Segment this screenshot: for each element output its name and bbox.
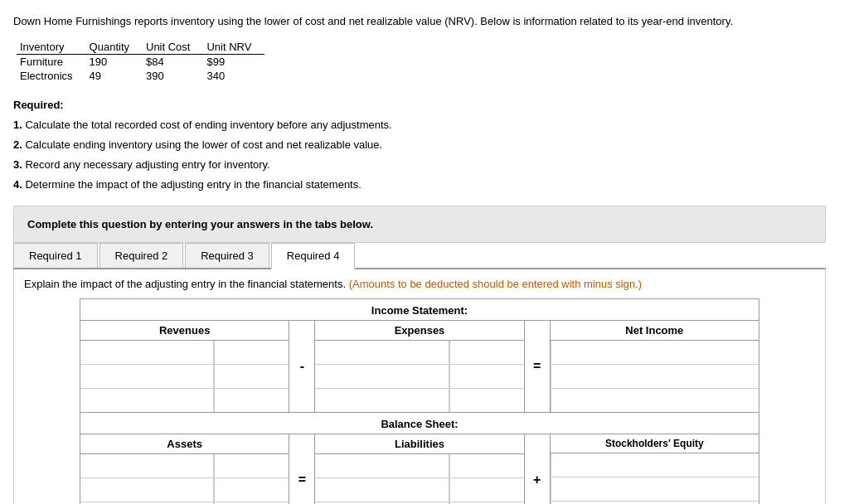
income-statement-header: Income Statement: [80,299,759,321]
complete-box: Complete this question by entering your … [13,206,826,243]
revenues-row-1 [80,341,289,365]
table-row: Electronics 49 390 340 [17,69,264,83]
row-furniture-nrv: $99 [203,54,264,69]
req-item-2: 2. Calculate ending inventory using the … [13,136,836,154]
assets-label-1[interactable] [80,454,214,477]
req-item-1: 1. Calculate the total recorded cost of … [13,116,836,134]
assets-row-1 [80,454,289,478]
requirements-label: Required: [13,96,836,114]
row-electronics-nrv: 340 [203,69,264,83]
expenses-label-2[interactable] [315,365,449,388]
minus-operator: - [289,321,315,412]
plus-operator-bs: + [524,434,551,504]
col-unit-nrv: Unit NRV [203,40,264,55]
financial-area: Income Statement: Revenues [80,298,759,504]
revenues-value-3[interactable] [214,389,289,412]
equity-row-2 [551,477,759,502]
equity-inputs [551,453,759,504]
revenues-value-2[interactable] [214,365,289,388]
tab-required-1[interactable]: Required 1 [13,243,98,268]
expenses-inputs [315,341,523,412]
liabilities-header: Liabilities [315,434,523,454]
tab4-content: Explain the impact of the adjusting entr… [13,269,826,504]
expenses-header: Expenses [315,321,523,341]
net-income-row-1 [551,341,759,365]
expenses-label-1[interactable] [315,341,449,364]
tab-required-4[interactable]: Required 4 [271,243,356,269]
requirements-section: Required: 1. Calculate the total recorde… [13,96,836,194]
col-unit-cost: Unit Cost [143,40,203,55]
row-furniture-cost: $84 [143,54,203,69]
liabilities-label-2[interactable] [315,478,449,502]
net-income-row-3 [551,389,759,412]
net-income-value-1[interactable] [551,341,759,364]
assets-inputs [80,454,289,504]
expenses-value-1[interactable] [449,341,524,364]
assets-col: Assets [80,434,289,504]
tab4-instruction: Explain the impact of the adjusting entr… [24,278,815,290]
table-row: Furniture 190 $84 $99 [17,54,264,69]
req-item-4: 4. Determine the impact of the adjusting… [13,176,836,194]
tabs-container: Required 1 Required 2 Required 3 Require… [13,243,826,269]
expenses-row-1 [315,341,523,365]
equity-row-1 [551,453,759,477]
expenses-row-2 [315,365,523,389]
assets-label-2[interactable] [80,478,214,502]
revenues-label-1[interactable] [80,341,214,364]
liabilities-row-1 [315,454,523,478]
bs-columns: Assets = [80,434,759,504]
revenues-header: Revenues [80,321,289,341]
liabilities-inputs [315,454,523,504]
intro-text: Down Home Furnishings reports inventory … [13,13,826,30]
expenses-label-3[interactable] [315,389,449,412]
equity-col: Stockholders' Equity [551,434,759,504]
orange-note: (Amounts to be deducted should be entere… [349,278,642,290]
col-inventory: Inventory [17,40,86,55]
col-quantity: Quantity [86,40,143,55]
net-income-value-2[interactable] [551,365,759,388]
assets-row-2 [80,478,289,502]
revenues-col: Revenues [80,321,289,412]
equity-header: Stockholders' Equity [551,434,759,453]
assets-header: Assets [80,434,289,454]
row-furniture-qty: 190 [86,54,143,69]
is-header-row: Revenues [80,321,759,412]
revenues-value-1[interactable] [214,341,289,364]
revenues-label-3[interactable] [80,389,214,412]
expenses-row-3 [315,389,523,412]
assets-value-1[interactable] [214,454,289,477]
equals-operator-is: = [524,321,551,412]
row-furniture-name: Furniture [17,54,86,69]
req-item-3: 3. Record any necessary adjusting entry … [13,156,836,174]
balance-sheet-header: Balance Sheet: [80,412,759,434]
expenses-value-3[interactable] [449,389,524,412]
liabilities-col: Liabilities [315,434,523,504]
revenues-row-3 [80,389,289,412]
row-electronics-qty: 49 [86,69,143,83]
liabilities-value-2[interactable] [449,478,524,502]
net-income-inputs [551,341,759,412]
expenses-col: Expenses [315,321,523,412]
revenues-row-2 [80,365,289,389]
equity-value-1[interactable] [551,453,759,477]
net-income-header: Net Income [551,321,759,341]
assets-value-2[interactable] [214,478,289,502]
row-electronics-cost: 390 [143,69,203,83]
revenues-inputs [80,341,289,412]
equals-operator-bs: = [289,434,315,504]
liabilities-row-2 [315,478,523,502]
expenses-value-2[interactable] [449,365,524,388]
equity-value-2[interactable] [551,477,759,501]
tab-required-2[interactable]: Required 2 [99,243,184,268]
complete-box-text: Complete this question by entering your … [27,218,373,230]
liabilities-label-1[interactable] [315,454,449,477]
tab-required-3[interactable]: Required 3 [185,243,269,268]
inventory-table: Inventory Quantity Unit Cost Unit NRV Fu… [17,40,264,83]
net-income-row-2 [551,365,759,389]
liabilities-value-1[interactable] [449,454,524,477]
row-electronics-name: Electronics [17,69,86,83]
net-income-col: Net Income [551,321,759,412]
net-income-value-3[interactable] [551,389,759,412]
revenues-label-2[interactable] [80,365,214,388]
